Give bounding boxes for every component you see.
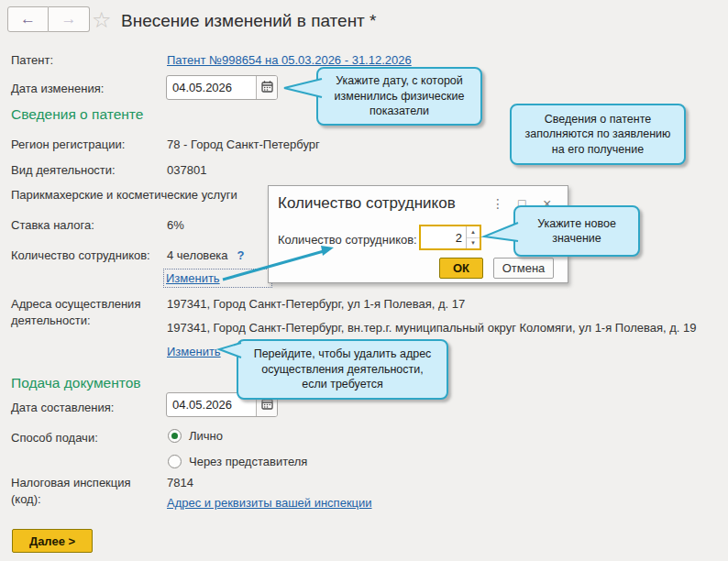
radio-label: Через представителя — [189, 455, 307, 468]
nav-buttons: ← → — [7, 6, 90, 32]
tax-office-code-value: 7814 — [167, 476, 193, 490]
inspection-details-link[interactable]: Адрес и реквизиты вашей инспекции — [167, 496, 372, 510]
section-patent-info: Сведения о патенте — [11, 106, 143, 123]
employees-count-input[interactable]: 2 — [421, 226, 466, 248]
radio-selected-icon[interactable] — [168, 429, 182, 443]
employees-label: Количество сотрудников: — [11, 248, 150, 262]
callout-patent-info-hint: Сведения о патенте заполняются по заявле… — [510, 104, 686, 165]
addresses-label-line1: Адреса осуществления — [11, 297, 140, 311]
favorite-star-icon[interactable]: ☆ — [92, 7, 112, 33]
addresses-label-line2: деятельности: — [11, 314, 91, 327]
help-icon[interactable]: ? — [237, 248, 245, 262]
callout-change-date-hint: Укажите дату, с которой изменились физич… — [316, 67, 482, 126]
next-button[interactable]: Далее > — [12, 529, 93, 553]
spinner: ▲ ▼ — [466, 226, 480, 248]
employees-row: 4 человека ? — [167, 248, 245, 262]
tax-office-label-line1: Налоговая инспекция — [11, 476, 131, 490]
ok-button[interactable]: ОК — [439, 258, 483, 279]
submit-method-label: Способ подачи: — [11, 431, 98, 445]
kebab-menu-icon[interactable]: ⋮ — [491, 196, 504, 211]
radio-option-lichno[interactable]: Лично — [168, 429, 223, 443]
patent-change-form: ← → ☆ Внесение изменений в патент * Пате… — [0, 0, 728, 561]
change-date-input-group: 04.05.2026 — [166, 75, 278, 100]
region-label: Регион регистрации: — [11, 138, 125, 151]
forward-button[interactable]: → — [49, 6, 90, 32]
dialog-title: Количество сотрудников — [278, 194, 456, 213]
change-employees-link[interactable]: Изменить — [166, 271, 220, 285]
callout-address-hint: Перейдите, чтобы удалить адрес осуществл… — [237, 339, 448, 400]
forward-arrow-icon: → — [61, 10, 77, 28]
compose-date-label: Дата составления: — [11, 401, 114, 414]
spinner-up-icon[interactable]: ▲ — [467, 226, 480, 237]
back-button[interactable]: ← — [7, 6, 49, 32]
cancel-button[interactable]: Отмена — [493, 258, 554, 279]
address-item: 197341, Город Санкт-Петербург, вн.тер.г.… — [167, 321, 696, 335]
spinner-down-icon[interactable]: ▼ — [467, 237, 480, 249]
radio-option-representative[interactable]: Через представителя — [168, 455, 307, 468]
radio-label: Лично — [189, 429, 223, 443]
dialog-employees-label: Количество сотрудников: — [278, 233, 417, 247]
employees-value: 4 человека — [167, 248, 228, 262]
tax-rate-value: 6% — [167, 218, 184, 232]
change-addresses-link[interactable]: Изменить — [167, 345, 221, 358]
activity-description: Парикмахерские и косметические услуги — [11, 188, 237, 202]
employees-count-input-group: 2 ▲ ▼ — [419, 225, 481, 250]
activity-label: Вид деятельности: — [11, 163, 116, 177]
page-title: Внесение изменений в патент * — [121, 11, 377, 31]
calendar-icon — [260, 80, 274, 96]
region-value: 78 - Город Санкт-Петербург — [167, 138, 320, 151]
tax-office-label-line2: (код): — [11, 492, 41, 506]
tax-rate-label: Ставка налога: — [11, 218, 94, 232]
change-date-calendar-button[interactable] — [256, 76, 277, 99]
back-arrow-icon: ← — [20, 10, 36, 28]
patent-link[interactable]: Патент №998654 на 05.03.2026 - 31.12.202… — [167, 53, 412, 67]
activity-code-value: 037801 — [167, 163, 206, 177]
callout-new-value-hint: Укажите новое значение — [513, 205, 640, 257]
change-date-input[interactable]: 04.05.2026 — [167, 76, 256, 99]
section-submission: Подача документов — [11, 375, 141, 391]
radio-unselected-icon[interactable] — [168, 455, 182, 468]
change-date-label: Дата изменения: — [11, 82, 104, 95]
patent-label: Патент: — [11, 53, 53, 67]
address-item: 197341, Город Санкт-Петербург, ул 1-я По… — [167, 297, 465, 311]
